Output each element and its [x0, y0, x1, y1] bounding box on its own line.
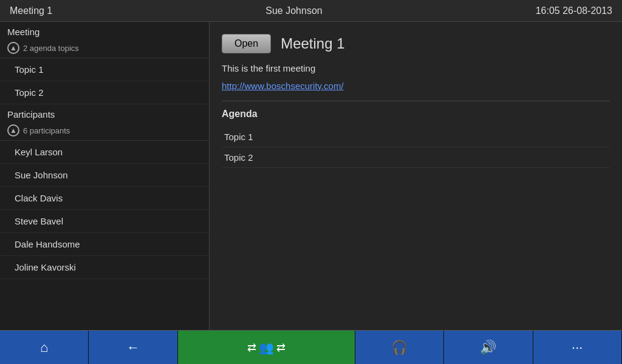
more-button[interactable]: ··· [533, 331, 622, 364]
sidebar-meeting-label: Meeting [0, 22, 209, 39]
toolbar: ⌂ ← ⇄ 👥 ⇄ 🎧 🔊 ··· [0, 330, 622, 364]
headphone-button[interactable]: 🎧 [355, 331, 444, 364]
content-title: Meeting 1 [281, 35, 344, 52]
sidebar-item-participant-3[interactable]: Steve Bavel [0, 210, 209, 233]
main-area: Meeting ▲ 2 agenda topics Topic 1 Topic … [0, 22, 622, 330]
home-icon: ⌂ [40, 340, 48, 356]
header-meeting-title: Meeting 1 [10, 5, 52, 16]
agenda-item-1: Topic 2 [222, 147, 610, 168]
back-button[interactable]: ← [89, 331, 177, 364]
back-icon: ← [126, 340, 140, 356]
content-panel: Open Meeting 1 This is the first meeting… [210, 22, 622, 330]
headphone-icon: 🎧 [391, 340, 408, 356]
sidebar: Meeting ▲ 2 agenda topics Topic 1 Topic … [0, 22, 210, 330]
chevron-up-icon-participants: ▲ [7, 124, 19, 136]
header: Meeting 1 Sue Johnson 16:05 26-08-2013 [0, 0, 622, 22]
content-description: This is the first meeting [222, 63, 610, 73]
sidebar-participants-count[interactable]: ▲ 6 participants [0, 122, 209, 141]
home-button[interactable]: ⌂ [0, 331, 89, 364]
sidebar-agenda-count[interactable]: ▲ 2 agenda topics [0, 39, 209, 58]
header-datetime: 16:05 26-08-2013 [536, 5, 612, 16]
more-icon: ··· [572, 340, 583, 356]
speaker-icon: 🔊 [480, 340, 496, 356]
sidebar-item-participant-0[interactable]: Keyl Larson [0, 141, 209, 164]
meeting-icon: ⇄ 👥 ⇄ [247, 340, 285, 355]
meeting-button[interactable]: ⇄ 👥 ⇄ [178, 331, 355, 364]
sidebar-item-participant-2[interactable]: Clack Davis [0, 187, 209, 210]
sidebar-item-participant-1[interactable]: Sue Johnson [0, 164, 209, 187]
sidebar-participants-label: Participants [0, 104, 209, 122]
sidebar-item-topic2[interactable]: Topic 2 [0, 81, 209, 104]
header-user-name: Sue Johnson [265, 5, 322, 16]
open-button[interactable]: Open [222, 34, 271, 53]
content-header: Open Meeting 1 [222, 34, 610, 53]
sidebar-item-participant-5[interactable]: Joline Kavorski [0, 256, 209, 279]
agenda-item-0: Topic 1 [222, 127, 610, 147]
speaker-button[interactable]: 🔊 [444, 331, 533, 364]
chevron-up-icon: ▲ [7, 42, 19, 54]
agenda-label: Agenda [222, 109, 610, 120]
content-divider [222, 101, 610, 101]
sidebar-item-participant-4[interactable]: Dale Handsome [0, 233, 209, 256]
sidebar-item-topic1[interactable]: Topic 1 [0, 58, 209, 81]
content-link[interactable]: http://www.boschsecurity.com/ [222, 81, 610, 91]
